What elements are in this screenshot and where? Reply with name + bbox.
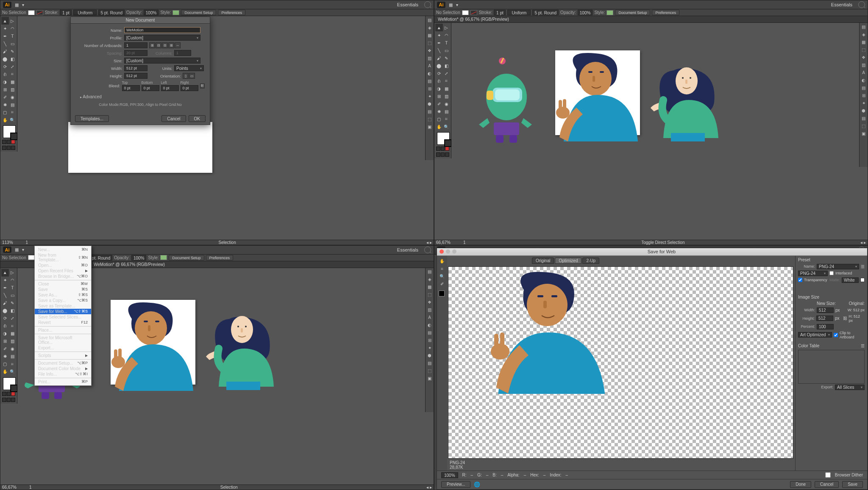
color-table-menu-icon[interactable]: ☰	[861, 343, 865, 348]
scale-tool[interactable]: ⤢	[9, 63, 17, 70]
style-swatch[interactable]	[606, 10, 613, 15]
menu-item[interactable]: Print...⌘P	[35, 379, 91, 385]
zoom-select[interactable]: 100%	[441, 472, 458, 478]
brush-def[interactable]: 5 pt. Round	[98, 10, 125, 15]
preview-tab[interactable]: Optimized	[555, 257, 581, 264]
panel-icon[interactable]: ◈	[426, 24, 434, 31]
zoom-field[interactable]: 66,67%	[2, 485, 17, 490]
slice-select-tool[interactable]: ⌗	[437, 265, 447, 273]
ok-button[interactable]: OK	[189, 115, 206, 122]
width-input[interactable]	[124, 65, 147, 71]
preset-menu-icon[interactable]: ☰	[861, 264, 865, 269]
menu-item[interactable]: Place...	[35, 327, 91, 333]
brush-def[interactable]: 5 pt. Round	[532, 10, 559, 15]
color-mode-row[interactable]	[1, 139, 16, 145]
artboard-layout-buttons[interactable]: ⊞⊟⊟⊞↔	[149, 42, 181, 48]
transparency-checkbox[interactable]	[798, 278, 802, 282]
panel-dock[interactable]: ▤◈▦⬚❖▥A◐ ▤⊞✦⬢▤⬚▣	[859, 23, 868, 167]
zoom-tool[interactable]: 🔍	[437, 273, 447, 280]
stroke-profile[interactable]: Uniform	[507, 10, 531, 15]
menu-item[interactable]: Save as Template...	[35, 303, 91, 309]
panel-icon[interactable]: ⊞	[426, 85, 434, 92]
canvas[interactable]	[451, 23, 859, 238]
menu-item[interactable]: New from Template...⇧⌘N	[35, 252, 91, 263]
document-tab[interactable]: WeMotion* @ 66,67% (RGB/Preview)	[434, 16, 868, 23]
menu-item[interactable]: Save As...⇧⌘S	[35, 292, 91, 298]
zoom-tool[interactable]: 🔍	[9, 116, 17, 124]
clip-checkbox[interactable]	[834, 333, 838, 337]
stroke-swatch[interactable]	[470, 10, 477, 15]
panel-icon[interactable]: ⬚	[426, 115, 434, 123]
shape-builder-tool[interactable]: ◑	[1, 78, 9, 86]
browser-icon[interactable]: 🌐	[474, 482, 480, 487]
line-tool[interactable]: ╲	[1, 40, 9, 47]
width-input[interactable]: 512	[817, 307, 834, 313]
menu-icon2[interactable]: ▾	[22, 3, 24, 7]
menu-item[interactable]: Save Selected Slices...	[35, 314, 91, 320]
panel-icon[interactable]: A	[426, 62, 434, 69]
cancel-button[interactable]: Cancel	[161, 115, 186, 122]
fill-stroke-indicator[interactable]	[3, 125, 16, 138]
panel-icon[interactable]: ▤	[426, 77, 434, 85]
panel-icon[interactable]: ▦	[426, 31, 434, 39]
artboard[interactable]	[68, 122, 212, 173]
panel-icon[interactable]: ⬚	[426, 39, 434, 47]
direct-selection-tool[interactable]: ▷	[9, 17, 17, 25]
stroke-swatch[interactable]	[36, 10, 43, 15]
hand-tool[interactable]: ✋	[437, 257, 447, 265]
done-button[interactable]: Done	[790, 481, 811, 488]
panel-icon[interactable]: ▥	[426, 54, 434, 62]
menu-item[interactable]: Save for Microsoft Office...	[35, 335, 91, 345]
panel-icon[interactable]: ⬢	[426, 100, 434, 108]
mesh-tool[interactable]: ⊞	[1, 86, 9, 93]
workspace-switcher[interactable]: Essentials	[831, 2, 852, 7]
preferences-button[interactable]: Preferences	[218, 10, 245, 15]
zoom-field[interactable]: 66,67%	[436, 240, 451, 245]
fill-swatch[interactable]	[462, 10, 469, 15]
symbol-spray-tool[interactable]: ✺	[1, 101, 9, 108]
preview-button[interactable]: Preview...	[441, 481, 470, 488]
preset-name-select[interactable]: PNG-24	[817, 264, 859, 269]
opacity-field[interactable]: 100%	[578, 10, 593, 15]
zoom-field[interactable]: 113%	[2, 240, 13, 245]
slice-tool[interactable]: ⌗	[9, 108, 17, 116]
menu-item[interactable]: Save⌘S	[35, 287, 91, 292]
perspective-tool[interactable]: ▦	[9, 78, 17, 86]
eyedropper-tool[interactable]: ✐	[437, 280, 447, 288]
browser-dither-checkbox[interactable]	[825, 472, 831, 478]
menu-item[interactable]: Export...	[35, 345, 91, 351]
free-transform-tool[interactable]: ⌗	[9, 70, 17, 78]
artboard-tool[interactable]: ▢	[1, 108, 9, 116]
panel-icon[interactable]: ▤	[426, 16, 434, 24]
document-setup-button[interactable]: Document Setup	[615, 10, 650, 15]
panel-icon[interactable]: ❖	[426, 47, 434, 54]
workspace-switcher[interactable]: Essentials	[397, 247, 418, 252]
orientation-buttons[interactable]: ▯▭	[183, 73, 195, 79]
height-input[interactable]: 512	[816, 316, 833, 321]
interlaced-checkbox[interactable]	[829, 271, 834, 275]
panel-dock[interactable]: ▤◈▦⬚❖▥A◐ ▤⊞✦⬢▤⬚▣	[425, 268, 434, 412]
menu-icon2[interactable]: ▾	[456, 3, 458, 7]
percent-input[interactable]: 100	[817, 324, 834, 329]
pencil-tool[interactable]: ✎	[9, 47, 17, 55]
preview-tab[interactable]: Original	[532, 257, 554, 264]
panel-icon[interactable]: ◐	[426, 69, 434, 77]
panel-icon[interactable]: ▣	[426, 123, 434, 130]
type-tool[interactable]: T	[9, 32, 17, 40]
close-traffic-light[interactable]	[440, 249, 444, 254]
format-select[interactable]: PNG-24	[798, 271, 828, 276]
file-menu[interactable]: New...⌘NNew from Template...⇧⌘NOpen...⌘O…	[34, 246, 92, 386]
brush-tool[interactable]: 🖌	[1, 47, 9, 55]
width-tool[interactable]: ⫛	[1, 70, 9, 78]
gradient-tool[interactable]: ▥	[9, 86, 17, 93]
bleed-link-icon[interactable]: ⛓	[200, 83, 205, 89]
bleed-left-input[interactable]	[161, 85, 179, 91]
menu-item[interactable]: Close⌘W	[35, 281, 91, 287]
preview-tabs[interactable]: OriginalOptimized2-Up	[447, 256, 795, 266]
size-select[interactable]: [Custom]	[124, 58, 200, 64]
quality-select[interactable]: Art Optimized	[798, 332, 832, 338]
blob-tool[interactable]: ⬤	[1, 55, 9, 63]
cancel-button[interactable]: Cancel	[815, 481, 839, 488]
menu-item[interactable]: Save a Copy...⌥⌘S	[35, 298, 91, 303]
menu-item[interactable]: Save for Web...⌥⇧⌘S	[35, 309, 91, 314]
